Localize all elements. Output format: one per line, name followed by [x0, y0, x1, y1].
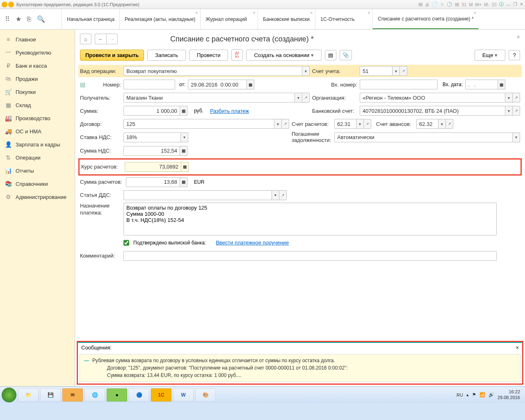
enter-order-link[interactable]: Ввести платежное поручение: [216, 240, 289, 246]
extdate-input[interactable]: [465, 80, 498, 89]
tray-sound-icon[interactable]: 🔊: [488, 392, 494, 397]
task-app-blue[interactable]: 🔵: [129, 388, 149, 402]
open-ext-icon[interactable]: ↗: [513, 106, 520, 116]
tab-sales[interactable]: Реализация (акты, накладные)×: [119, 9, 200, 29]
sidebar-item-admin[interactable]: ⚙Администрирование: [0, 190, 75, 203]
open-ext-icon[interactable]: ↗: [279, 190, 287, 200]
sidebar-item-warehouse[interactable]: ▦Склад: [0, 98, 75, 112]
save-button[interactable]: Записать: [147, 50, 186, 61]
memory-mplus-icon[interactable]: М+: [475, 2, 482, 7]
calc-icon[interactable]: ▦: [180, 146, 187, 156]
calc-icon[interactable]: ▤: [455, 2, 459, 7]
task-1c[interactable]: 1C: [151, 388, 171, 402]
task-paint[interactable]: 🎨: [195, 388, 216, 402]
sidebar-item-operations[interactable]: ⇅Операции: [0, 151, 75, 164]
messages-close-icon[interactable]: ×: [516, 345, 519, 351]
comment-input[interactable]: [123, 251, 497, 261]
close-window-icon[interactable]: ✕: [520, 2, 523, 7]
favorite-icon[interactable]: ☆: [440, 2, 444, 7]
dropdown-icon[interactable]: ▾: [393, 66, 400, 76]
tb-tool-3[interactable]: 📄: [432, 2, 438, 7]
recipient-input[interactable]: [123, 93, 295, 103]
star-icon[interactable]: ★: [16, 15, 21, 23]
number-input[interactable]: [123, 80, 175, 89]
more-button[interactable]: Еще: [475, 50, 505, 61]
calendar-icon[interactable]: ▦: [247, 80, 254, 89]
history-icon[interactable]: 🕑: [447, 2, 452, 7]
task-app-green[interactable]: ●: [107, 388, 127, 402]
create-based-on-button[interactable]: Создать на основании: [246, 50, 322, 61]
open-ext-icon[interactable]: ↗: [446, 119, 453, 129]
search-icon[interactable]: 🔍: [37, 15, 45, 23]
post-and-close-button[interactable]: Провести и закрыть: [80, 50, 144, 61]
memory-mminus-icon[interactable]: М-: [484, 2, 489, 7]
contract-input[interactable]: [123, 119, 274, 129]
back-button[interactable]: ←: [95, 34, 106, 44]
calc-icon[interactable]: ▦: [180, 106, 187, 116]
start-button[interactable]: [2, 388, 16, 402]
help-button[interactable]: ?: [509, 50, 520, 60]
purpose-textarea[interactable]: [123, 203, 497, 235]
dropdown-icon[interactable]: ▾: [505, 93, 513, 103]
task-chrome[interactable]: 🌐: [84, 388, 105, 402]
attach-button[interactable]: 📎: [340, 50, 352, 60]
debt-input[interactable]: [334, 132, 513, 142]
optype-input[interactable]: [123, 66, 302, 76]
task-explorer[interactable]: 📁: [18, 388, 39, 402]
account-input[interactable]: [360, 66, 393, 76]
page-close-icon[interactable]: ×: [517, 34, 520, 40]
sidebar-item-manager[interactable]: 〰Руководителю: [0, 46, 75, 59]
lang-indicator[interactable]: RU: [457, 393, 463, 397]
apps-grid-icon[interactable]: ⠿: [5, 15, 10, 23]
sidebar-item-reports[interactable]: 📊Отчеты: [0, 164, 75, 177]
minimize-icon[interactable]: —: [506, 2, 511, 7]
tray-arrow-icon[interactable]: ▴: [466, 392, 469, 397]
tb-tool-2[interactable]: 🖨: [425, 2, 429, 7]
dropdown-icon[interactable]: ▾: [513, 132, 520, 142]
close-icon[interactable]: ×: [474, 11, 476, 15]
sidebar-item-purchases[interactable]: 🛒Покупки: [0, 85, 75, 98]
confirmed-checkbox[interactable]: [123, 240, 129, 246]
dropdown-icon[interactable]: ▾: [505, 106, 513, 116]
dds-input[interactable]: [123, 190, 272, 200]
calendar-icon[interactable]: 31: [461, 2, 466, 7]
print-button[interactable]: ▤: [325, 50, 336, 60]
tab-writeoff[interactable]: Списание с расчетного счета (создание) *…: [372, 9, 478, 29]
dtkt-button[interactable]: ДтКт: [231, 49, 243, 61]
tab-home[interactable]: Начальная страница: [62, 9, 119, 29]
close-icon[interactable]: ×: [196, 11, 198, 15]
sum-input[interactable]: [123, 106, 180, 116]
dropdown-icon[interactable]: ▾: [295, 93, 302, 103]
tray-network-icon[interactable]: 📶: [479, 392, 485, 397]
tab-reporting[interactable]: 1С-Отчетность×: [315, 9, 372, 29]
tab-journal[interactable]: Журнал операций×: [200, 9, 258, 29]
calendar-icon[interactable]: ▦: [498, 80, 505, 89]
dropdown-icon[interactable]: ▾: [356, 119, 364, 129]
clipboard-icon[interactable]: ⎘: [27, 16, 31, 23]
sidebar-item-bank[interactable]: ₽Банк и касса: [0, 59, 75, 72]
split-payment-link[interactable]: Разбить платеж: [210, 108, 249, 114]
calc-icon[interactable]: ▦: [181, 162, 189, 172]
sidebar-item-assets[interactable]: 🚚ОС и НМА: [0, 125, 75, 138]
close-icon[interactable]: ×: [368, 11, 370, 15]
home-button[interactable]: ⌂: [80, 34, 91, 44]
sidebar-item-sales[interactable]: 🛍Продажи: [0, 72, 75, 85]
settle-sum-input[interactable]: [126, 177, 180, 187]
maximize-icon[interactable]: ❐: [513, 2, 517, 7]
extnum-input[interactable]: [360, 80, 438, 89]
rate-input[interactable]: [125, 162, 181, 172]
help-icon[interactable]: ⓘ: [499, 1, 504, 7]
calc-icon[interactable]: ▦: [180, 177, 187, 187]
tray-clock[interactable]: 16:22 29.08.2016: [498, 389, 520, 400]
sidebar-item-main[interactable]: ≡Главное: [0, 33, 75, 46]
open-ext-icon[interactable]: ↗: [364, 119, 371, 129]
open-ext-icon[interactable]: ↗: [302, 93, 310, 103]
memory-m-icon[interactable]: М: [469, 2, 472, 7]
vat-sum-input[interactable]: [123, 146, 180, 156]
panels-icon[interactable]: ▯▯: [492, 2, 497, 7]
open-ext-icon[interactable]: ↗: [513, 93, 520, 103]
org-input[interactable]: [360, 93, 505, 103]
dropdown-icon[interactable]: ▾: [302, 66, 310, 76]
adv-acc-input[interactable]: [416, 119, 438, 129]
task-notepad[interactable]: 💾: [40, 388, 61, 402]
